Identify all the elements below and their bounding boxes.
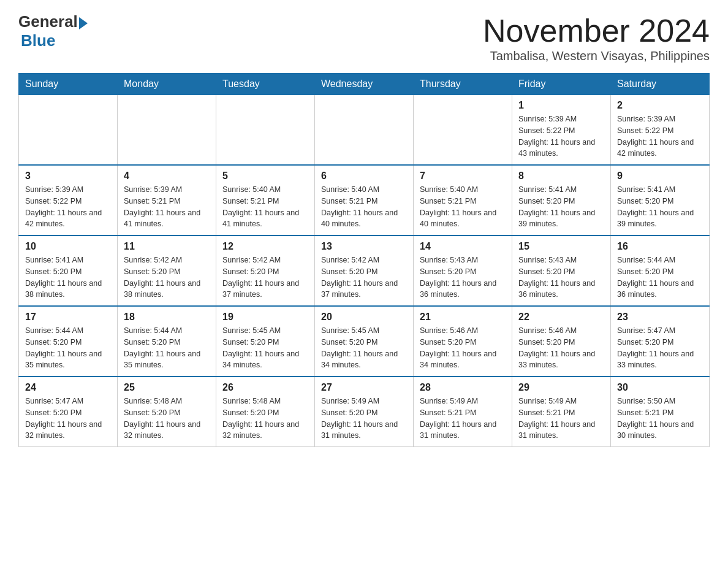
day-number: 25 bbox=[124, 382, 210, 393]
day-info: Sunrise: 5:49 AMSunset: 5:21 PMDaylight:… bbox=[420, 396, 506, 442]
day-info: Sunrise: 5:42 AMSunset: 5:20 PMDaylight:… bbox=[124, 255, 210, 301]
day-number: 18 bbox=[124, 312, 210, 323]
day-number: 20 bbox=[321, 312, 407, 323]
calendar-cell-w4-d1: 17Sunrise: 5:44 AMSunset: 5:20 PMDayligh… bbox=[19, 306, 118, 377]
calendar-cell-w4-d7: 23Sunrise: 5:47 AMSunset: 5:20 PMDayligh… bbox=[611, 306, 710, 377]
calendar-cell-w4-d4: 20Sunrise: 5:45 AMSunset: 5:20 PMDayligh… bbox=[315, 306, 414, 377]
calendar-cell-w5-d3: 26Sunrise: 5:48 AMSunset: 5:20 PMDayligh… bbox=[216, 377, 315, 447]
calendar-week-1: 1Sunrise: 5:39 AMSunset: 5:22 PMDaylight… bbox=[19, 95, 710, 166]
calendar-cell-w3-d3: 12Sunrise: 5:42 AMSunset: 5:20 PMDayligh… bbox=[216, 236, 315, 306]
day-number: 11 bbox=[124, 241, 210, 252]
day-number: 15 bbox=[518, 241, 604, 252]
day-info: Sunrise: 5:47 AMSunset: 5:20 PMDaylight:… bbox=[25, 396, 111, 442]
calendar-cell-w4-d5: 21Sunrise: 5:46 AMSunset: 5:20 PMDayligh… bbox=[414, 306, 512, 377]
logo: General Blue bbox=[18, 12, 88, 50]
day-info: Sunrise: 5:47 AMSunset: 5:20 PMDaylight:… bbox=[617, 325, 703, 371]
calendar-cell-w4-d2: 18Sunrise: 5:44 AMSunset: 5:20 PMDayligh… bbox=[118, 306, 216, 377]
day-info: Sunrise: 5:45 AMSunset: 5:20 PMDaylight:… bbox=[222, 325, 308, 371]
day-info: Sunrise: 5:43 AMSunset: 5:20 PMDaylight:… bbox=[518, 255, 604, 301]
calendar-cell-w3-d7: 16Sunrise: 5:44 AMSunset: 5:20 PMDayligh… bbox=[611, 236, 710, 306]
calendar-cell-w5-d4: 27Sunrise: 5:49 AMSunset: 5:20 PMDayligh… bbox=[315, 377, 414, 447]
calendar-cell-w1-d1 bbox=[19, 95, 118, 166]
header-wednesday: Wednesday bbox=[315, 74, 414, 95]
header-monday: Monday bbox=[118, 74, 216, 95]
header-friday: Friday bbox=[512, 74, 611, 95]
day-number: 12 bbox=[222, 241, 308, 252]
calendar-cell-w5-d2: 25Sunrise: 5:48 AMSunset: 5:20 PMDayligh… bbox=[118, 377, 216, 447]
day-number: 7 bbox=[420, 170, 506, 182]
calendar-cell-w3-d5: 14Sunrise: 5:43 AMSunset: 5:20 PMDayligh… bbox=[414, 236, 512, 306]
day-info: Sunrise: 5:44 AMSunset: 5:20 PMDaylight:… bbox=[617, 255, 703, 301]
calendar-cell-w5-d1: 24Sunrise: 5:47 AMSunset: 5:20 PMDayligh… bbox=[19, 377, 118, 447]
day-number: 30 bbox=[617, 382, 703, 393]
calendar-cell-w1-d3 bbox=[216, 95, 315, 166]
header-saturday: Saturday bbox=[611, 74, 710, 95]
calendar-cell-w1-d6: 1Sunrise: 5:39 AMSunset: 5:22 PMDaylight… bbox=[512, 95, 611, 166]
calendar-cell-w1-d7: 2Sunrise: 5:39 AMSunset: 5:22 PMDaylight… bbox=[611, 95, 710, 166]
calendar-cell-w2-d3: 5Sunrise: 5:40 AMSunset: 5:21 PMDaylight… bbox=[216, 165, 315, 236]
calendar-cell-w5-d5: 28Sunrise: 5:49 AMSunset: 5:21 PMDayligh… bbox=[414, 377, 512, 447]
day-number: 29 bbox=[518, 382, 604, 393]
day-number: 3 bbox=[25, 170, 111, 182]
calendar-cell-w1-d2 bbox=[118, 95, 216, 166]
day-info: Sunrise: 5:40 AMSunset: 5:21 PMDaylight:… bbox=[222, 184, 308, 230]
logo-blue-text: Blue bbox=[21, 31, 55, 50]
day-info: Sunrise: 5:41 AMSunset: 5:20 PMDaylight:… bbox=[518, 184, 604, 230]
day-info: Sunrise: 5:46 AMSunset: 5:20 PMDaylight:… bbox=[518, 325, 604, 371]
calendar-cell-w2-d4: 6Sunrise: 5:40 AMSunset: 5:21 PMDaylight… bbox=[315, 165, 414, 236]
day-info: Sunrise: 5:50 AMSunset: 5:21 PMDaylight:… bbox=[617, 396, 703, 442]
location-text: Tambalisa, Western Visayas, Philippines bbox=[483, 49, 710, 63]
logo-arrow-icon bbox=[79, 17, 88, 29]
calendar-cell-w4-d3: 19Sunrise: 5:45 AMSunset: 5:20 PMDayligh… bbox=[216, 306, 315, 377]
day-number: 24 bbox=[25, 382, 111, 393]
calendar-cell-w2-d2: 4Sunrise: 5:39 AMSunset: 5:21 PMDaylight… bbox=[118, 165, 216, 236]
calendar-cell-w5-d7: 30Sunrise: 5:50 AMSunset: 5:21 PMDayligh… bbox=[611, 377, 710, 447]
calendar-cell-w5-d6: 29Sunrise: 5:49 AMSunset: 5:21 PMDayligh… bbox=[512, 377, 611, 447]
day-number: 4 bbox=[124, 170, 210, 182]
calendar-cell-w2-d7: 9Sunrise: 5:41 AMSunset: 5:20 PMDaylight… bbox=[611, 165, 710, 236]
calendar-cell-w3-d1: 10Sunrise: 5:41 AMSunset: 5:20 PMDayligh… bbox=[19, 236, 118, 306]
day-info: Sunrise: 5:42 AMSunset: 5:20 PMDaylight:… bbox=[222, 255, 308, 301]
day-info: Sunrise: 5:43 AMSunset: 5:20 PMDaylight:… bbox=[420, 255, 506, 301]
day-number: 2 bbox=[617, 100, 703, 111]
day-info: Sunrise: 5:39 AMSunset: 5:22 PMDaylight:… bbox=[25, 184, 111, 230]
page-header: General Blue November 2024 Tambalisa, We… bbox=[18, 12, 710, 63]
day-info: Sunrise: 5:44 AMSunset: 5:20 PMDaylight:… bbox=[25, 325, 111, 371]
day-number: 27 bbox=[321, 382, 407, 393]
day-info: Sunrise: 5:42 AMSunset: 5:20 PMDaylight:… bbox=[321, 255, 407, 301]
day-number: 13 bbox=[321, 241, 407, 252]
day-info: Sunrise: 5:41 AMSunset: 5:20 PMDaylight:… bbox=[617, 184, 703, 230]
calendar-week-3: 10Sunrise: 5:41 AMSunset: 5:20 PMDayligh… bbox=[19, 236, 710, 306]
day-info: Sunrise: 5:49 AMSunset: 5:20 PMDaylight:… bbox=[321, 396, 407, 442]
day-number: 16 bbox=[617, 241, 703, 252]
day-number: 8 bbox=[518, 170, 604, 182]
day-number: 21 bbox=[420, 312, 506, 323]
calendar-cell-w3-d6: 15Sunrise: 5:43 AMSunset: 5:20 PMDayligh… bbox=[512, 236, 611, 306]
day-number: 6 bbox=[321, 170, 407, 182]
day-info: Sunrise: 5:46 AMSunset: 5:20 PMDaylight:… bbox=[420, 325, 506, 371]
month-title: November 2024 bbox=[483, 12, 710, 49]
calendar-cell-w1-d4 bbox=[315, 95, 414, 166]
day-number: 1 bbox=[518, 100, 604, 111]
day-info: Sunrise: 5:48 AMSunset: 5:20 PMDaylight:… bbox=[222, 396, 308, 442]
calendar-cell-w3-d4: 13Sunrise: 5:42 AMSunset: 5:20 PMDayligh… bbox=[315, 236, 414, 306]
day-number: 10 bbox=[25, 241, 111, 252]
calendar-cell-w2-d6: 8Sunrise: 5:41 AMSunset: 5:20 PMDaylight… bbox=[512, 165, 611, 236]
calendar-week-5: 24Sunrise: 5:47 AMSunset: 5:20 PMDayligh… bbox=[19, 377, 710, 447]
day-number: 22 bbox=[518, 312, 604, 323]
day-info: Sunrise: 5:48 AMSunset: 5:20 PMDaylight:… bbox=[124, 396, 210, 442]
calendar-cell-w2-d1: 3Sunrise: 5:39 AMSunset: 5:22 PMDaylight… bbox=[19, 165, 118, 236]
day-info: Sunrise: 5:39 AMSunset: 5:22 PMDaylight:… bbox=[617, 113, 703, 159]
header-sunday: Sunday bbox=[19, 74, 118, 95]
day-info: Sunrise: 5:40 AMSunset: 5:21 PMDaylight:… bbox=[420, 184, 506, 230]
day-number: 5 bbox=[222, 170, 308, 182]
day-number: 28 bbox=[420, 382, 506, 393]
calendar-cell-w2-d5: 7Sunrise: 5:40 AMSunset: 5:21 PMDaylight… bbox=[414, 165, 512, 236]
day-info: Sunrise: 5:41 AMSunset: 5:20 PMDaylight:… bbox=[25, 255, 111, 301]
calendar-week-4: 17Sunrise: 5:44 AMSunset: 5:20 PMDayligh… bbox=[19, 306, 710, 377]
logo-general-text: General bbox=[18, 12, 78, 31]
day-info: Sunrise: 5:49 AMSunset: 5:21 PMDaylight:… bbox=[518, 396, 604, 442]
day-info: Sunrise: 5:39 AMSunset: 5:21 PMDaylight:… bbox=[124, 184, 210, 230]
day-info: Sunrise: 5:45 AMSunset: 5:20 PMDaylight:… bbox=[321, 325, 407, 371]
calendar-table: Sunday Monday Tuesday Wednesday Thursday… bbox=[18, 73, 710, 447]
